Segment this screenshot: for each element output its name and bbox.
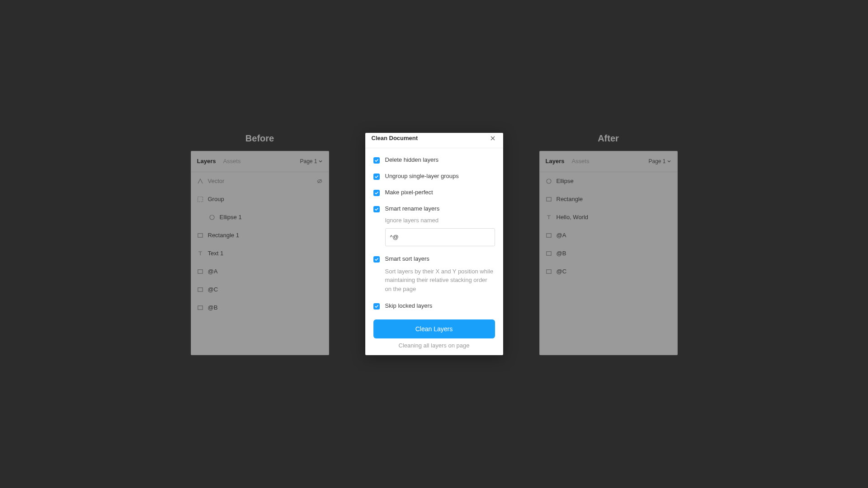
ignore-pattern-value: ^@ <box>390 234 399 240</box>
layer-row[interactable]: @A <box>539 226 678 244</box>
page-selector-label: Page 1 <box>648 158 665 164</box>
option-label: Ungroup single-layer groups <box>385 173 459 179</box>
layer-row[interactable]: Vector <box>191 172 329 190</box>
checkbox[interactable] <box>373 190 380 196</box>
panel-header: Layers Assets Page 1 <box>539 151 678 172</box>
layer-row[interactable]: @B <box>539 244 678 263</box>
layer-name: @C <box>208 286 323 293</box>
eye-off-icon[interactable] <box>316 178 323 184</box>
ellipse-icon <box>546 178 552 184</box>
option-label: Make pixel-perfect <box>385 189 433 196</box>
layer-row[interactable]: Ellipse 1 <box>191 208 329 226</box>
panel-header: Layers Assets Page 1 <box>191 151 329 172</box>
after-layer-list: EllipseRectangleHello, World@A@B@C <box>539 172 678 281</box>
dialog-body: Delete hidden layers Ungroup single-laye… <box>365 148 503 356</box>
option-smart-rename[interactable]: Smart rename layers <box>373 205 495 212</box>
dialog-column: Clean Document Delete hidden layers Ungr… <box>365 133 503 356</box>
page-selector[interactable]: Page 1 <box>648 158 671 164</box>
dialog-actions: Clean Layers Cleaning all layers on page <box>373 319 495 350</box>
layer-row[interactable]: @A <box>191 263 329 281</box>
status-text: Cleaning all layers on page <box>373 338 495 350</box>
stage: Before Layers Assets Page 1 VectorGroupE… <box>0 0 868 488</box>
layer-row[interactable]: @B <box>191 299 329 317</box>
before-column: Before Layers Assets Page 1 VectorGroupE… <box>191 133 329 355</box>
checkbox[interactable] <box>373 157 380 164</box>
rectangle-icon <box>546 268 552 275</box>
tab-layers[interactable]: Layers <box>546 158 565 164</box>
layer-row[interactable]: Text 1 <box>191 244 329 263</box>
rectangle-icon <box>197 305 203 311</box>
after-column: After Layers Assets Page 1 EllipseRectan… <box>539 133 678 355</box>
rectangle-icon <box>197 268 203 275</box>
layer-row[interactable]: Ellipse <box>539 172 678 190</box>
ignore-label: Ignore layers named <box>385 217 495 224</box>
option-pixel-perfect[interactable]: Make pixel-perfect <box>373 189 495 196</box>
before-label: Before <box>245 133 274 144</box>
checkbox[interactable] <box>373 174 380 180</box>
before-layers-panel: Layers Assets Page 1 VectorGroupEllipse … <box>191 151 329 355</box>
rectangle-icon <box>546 250 552 257</box>
layer-row[interactable]: Hello, World <box>539 208 678 226</box>
layer-row[interactable]: @C <box>539 263 678 281</box>
tab-layers[interactable]: Layers <box>197 158 216 164</box>
clean-document-dialog: Clean Document Delete hidden layers Ungr… <box>365 133 503 356</box>
ignore-pattern-input[interactable]: ^@ <box>385 228 495 246</box>
option-delete-hidden[interactable]: Delete hidden layers <box>373 156 495 164</box>
close-button[interactable] <box>489 134 497 142</box>
rectangle-icon <box>546 232 552 239</box>
option-label: Skip locked layers <box>385 302 433 309</box>
page-selector[interactable]: Page 1 <box>300 158 322 164</box>
option-smart-sort[interactable]: Smart sort layers <box>373 255 495 263</box>
close-icon <box>490 135 496 141</box>
clean-layers-label: Clean Layers <box>415 325 453 333</box>
layer-name: Ellipse 1 <box>220 214 323 221</box>
option-ungroup-single[interactable]: Ungroup single-layer groups <box>373 173 495 180</box>
text-icon <box>197 250 203 257</box>
layer-name: @A <box>557 232 671 239</box>
layer-name: Vector <box>208 178 312 184</box>
panel-tabs: Layers Assets <box>197 158 241 164</box>
rectangle-icon <box>197 286 203 293</box>
sort-description: Sort layers by their X and Y position wh… <box>385 267 495 294</box>
checkbox[interactable] <box>373 303 380 310</box>
panel-tabs: Layers Assets <box>546 158 590 164</box>
vector-icon <box>197 178 203 184</box>
layer-name: Hello, World <box>557 214 671 221</box>
before-layer-list: VectorGroupEllipse 1Rectangle 1Text 1@A@… <box>191 172 329 317</box>
layer-row[interactable]: Rectangle <box>539 190 678 208</box>
layer-name: @C <box>557 268 671 275</box>
layer-name: @A <box>208 268 323 275</box>
chevron-down-icon <box>667 159 671 164</box>
option-label: Delete hidden layers <box>385 156 439 163</box>
layer-name: Group <box>208 196 323 202</box>
layer-name: Rectangle 1 <box>208 232 323 239</box>
layer-row[interactable]: Group <box>191 190 329 208</box>
after-label: After <box>598 133 619 144</box>
layer-row[interactable]: @C <box>191 281 329 299</box>
tab-assets[interactable]: Assets <box>571 158 589 164</box>
layer-name: @B <box>557 250 671 257</box>
text-icon <box>546 214 552 221</box>
smart-sort-sub: Sort layers by their X and Y position wh… <box>385 267 495 294</box>
option-skip-locked[interactable]: Skip locked layers <box>373 302 495 310</box>
rectangle-icon <box>197 232 203 239</box>
group-icon <box>197 196 203 202</box>
after-layers-panel: Layers Assets Page 1 EllipseRectangleHel… <box>539 151 678 355</box>
option-label: Smart sort layers <box>385 255 429 262</box>
clean-layers-button[interactable]: Clean Layers <box>373 319 495 338</box>
layer-name: @B <box>208 304 323 311</box>
checkbox[interactable] <box>373 206 380 212</box>
layer-name: Text 1 <box>208 250 323 257</box>
tab-assets[interactable]: Assets <box>223 158 241 164</box>
rectangle-icon <box>546 196 552 202</box>
layer-name: Ellipse <box>557 178 671 184</box>
dialog-title: Clean Document <box>372 135 418 141</box>
layer-name: Rectangle <box>557 196 671 202</box>
page-selector-label: Page 1 <box>300 158 317 164</box>
dialog-header: Clean Document <box>365 133 503 148</box>
layer-row[interactable]: Rectangle 1 <box>191 226 329 244</box>
chevron-down-icon <box>318 159 323 164</box>
smart-rename-sub: Ignore layers named ^@ <box>385 217 495 246</box>
option-label: Smart rename layers <box>385 205 440 212</box>
checkbox[interactable] <box>373 256 380 263</box>
